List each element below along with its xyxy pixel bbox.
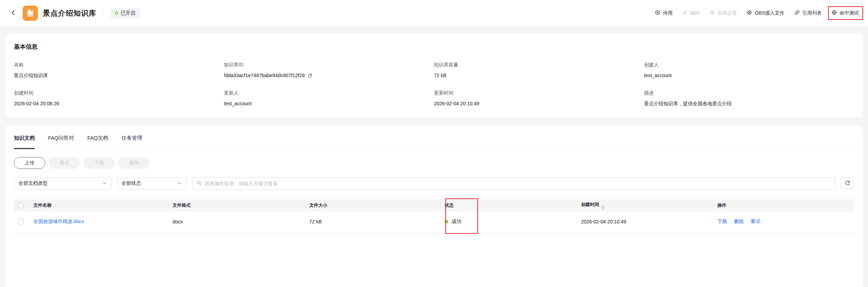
basic-info-grid: 名称 景点介绍知识库 知识库ID fdda33acf1e7487babe94dc… <box>14 62 854 107</box>
search-box <box>192 177 835 190</box>
file-format-cell: docx <box>168 211 305 232</box>
select-all-checkbox[interactable] <box>18 203 24 208</box>
refresh-button[interactable] <box>841 177 854 190</box>
row-download-link[interactable]: 下载 <box>717 219 727 224</box>
search-icon <box>197 180 202 187</box>
column-header-file-size: 文件大小 <box>305 199 440 211</box>
documents-card: 知识文档 FAQ问答对 FAQ文档 任务管理 上传 重试 下载 删除 全部文档类… <box>6 126 862 287</box>
tab-bar: 知识文档 FAQ问答对 FAQ文档 任务管理 <box>14 126 854 149</box>
retry-button[interactable]: 重试 <box>49 157 80 169</box>
status-badge: 已开启 <box>111 8 140 18</box>
status-select[interactable]: 全部状态 <box>117 177 186 190</box>
basic-info-title: 基本信息 <box>14 43 854 51</box>
status-badge-label: 已开启 <box>121 10 135 16</box>
row-delete-link[interactable]: 删除 <box>734 219 744 224</box>
status-cell: 成功 <box>445 219 573 225</box>
row-checkbox[interactable] <box>18 219 24 224</box>
back-button[interactable] <box>9 8 18 18</box>
chevron-down-icon <box>177 181 182 187</box>
back-chevron-icon <box>10 10 16 17</box>
title-divider <box>103 10 104 17</box>
chevron-down-icon <box>102 181 107 187</box>
field-capacity: 知识库容量 72 kB <box>434 62 644 79</box>
table-header-row: 文件名称 文件格式 文件大小 状态 创建时间 操作 <box>14 199 854 211</box>
column-header-file-name: 文件名称 <box>29 199 168 211</box>
column-header-file-format: 文件格式 <box>168 199 305 211</box>
disable-button[interactable]: 停用 <box>655 10 672 16</box>
field-created-time: 创建时间 2026-02-04 20:06:26 <box>14 90 224 107</box>
field-updated-time: 更新时间 2026-02-04 20:10:49 <box>434 90 644 107</box>
file-size-cell: 72 kB <box>305 211 440 232</box>
page-content: 基本信息 名称 景点介绍知识库 知识库ID fdda33acf1e7487bab… <box>0 26 868 287</box>
advanced-settings-button[interactable]: 高级设置 <box>709 10 737 16</box>
edit-icon <box>682 10 687 16</box>
knowledge-base-icon <box>23 6 38 21</box>
column-header-status: 状态 <box>440 199 577 211</box>
obs-gear-icon <box>747 10 752 16</box>
tab-faq-docs[interactable]: FAQ文档 <box>87 133 108 149</box>
refresh-icon <box>845 180 851 187</box>
column-header-actions: 操作 <box>713 199 854 211</box>
tab-faq-pairs[interactable]: FAQ问答对 <box>48 133 74 149</box>
field-creator: 创建人 test_account <box>644 62 854 79</box>
row-retry-link[interactable]: 重试 <box>751 219 761 224</box>
field-updater: 更新人 test_account <box>224 90 434 107</box>
field-kb-id: 知识库ID fdda33acf1e7487babe94dc807f12f29 <box>224 62 434 79</box>
tab-task-management[interactable]: 任务管理 <box>121 133 142 149</box>
table-row: 全国旅游城市精选.docx docx 72 kB 成功 2026-02-04 2… <box>14 211 854 232</box>
top-bar: 景点介绍知识库 已开启 停用 编辑 高级设置 <box>0 0 868 26</box>
field-name: 名称 景点介绍知识库 <box>14 62 224 79</box>
settings-gear-icon <box>709 10 715 16</box>
success-dot-icon <box>445 220 448 223</box>
target-icon <box>831 10 837 16</box>
created-time-cell: 2026-02-04 20:10:49 <box>577 211 713 232</box>
obs-import-button[interactable]: OBS接入文件 <box>747 10 785 16</box>
reference-list-button[interactable]: 引用列表 <box>794 10 822 16</box>
doc-type-select[interactable]: 全部文档类型 <box>14 177 111 190</box>
basic-info-card: 基本信息 名称 景点介绍知识库 知识库ID fdda33acf1e7487bab… <box>6 34 862 117</box>
page-title: 景点介绍知识库 <box>43 8 96 18</box>
column-header-created-time[interactable]: 创建时间 <box>577 199 713 211</box>
file-name-link[interactable]: 全国旅游城市精选.docx <box>33 219 84 224</box>
row-actions-cell: 下载 删除 重试 <box>713 211 854 232</box>
upload-button[interactable]: 上传 <box>14 157 45 169</box>
search-input[interactable] <box>205 181 831 186</box>
toolbar: 上传 重试 下载 删除 <box>14 157 854 169</box>
tab-knowledge-docs[interactable]: 知识文档 <box>14 133 35 149</box>
edit-button[interactable]: 编辑 <box>682 10 700 16</box>
kb-id-value: fdda33acf1e7487babe94dc807f12f29 <box>224 73 305 78</box>
filter-bar: 全部文档类型 全部状态 <box>14 177 854 190</box>
status-dot-icon <box>115 11 118 15</box>
link-icon <box>794 10 800 16</box>
download-button[interactable]: 下载 <box>83 157 115 169</box>
stop-icon <box>655 10 660 16</box>
copy-icon[interactable] <box>308 73 312 78</box>
field-description: 描述 景点介绍知识库，提供全国各地景点介绍 <box>644 90 854 107</box>
documents-table: 文件名称 文件格式 文件大小 状态 创建时间 操作 全国旅游城市精选.docx … <box>14 199 854 232</box>
delete-button[interactable]: 删除 <box>118 157 150 169</box>
sort-icon[interactable] <box>601 205 604 209</box>
hit-test-button[interactable]: 命中测试 <box>831 10 859 16</box>
